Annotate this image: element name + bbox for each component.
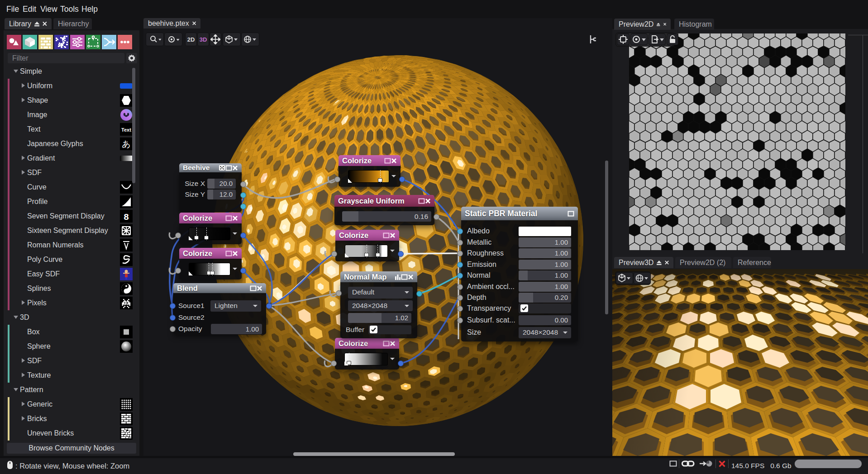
- svg-text:Text: Text: [121, 127, 131, 133]
- svg-text:あ: あ: [122, 139, 130, 149]
- svg-text:8: 8: [124, 212, 129, 223]
